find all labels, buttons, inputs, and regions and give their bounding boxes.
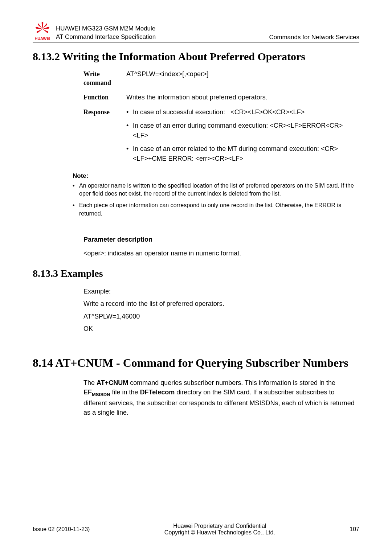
note-bullet-1: An operator name is written to the speci… (73, 182, 356, 198)
svg-text:HUAWEI: HUAWEI (34, 36, 50, 41)
note-title: Note: (73, 172, 356, 180)
example-label: Example: (83, 285, 356, 297)
response-value: In case of successful execution: <CR><LF… (126, 107, 356, 167)
section-8-14-paragraph: The AT+CNUM command queries subscriber n… (83, 378, 356, 417)
header-right-text: Commands for Network Services (269, 34, 359, 41)
function-value: Writes the information about preferred o… (126, 93, 356, 102)
section-title-8-14: 8.14 AT+CNUM - Command for Querying Subs… (33, 355, 359, 371)
footer-center: Huawei Proprietary and Confidential Copy… (90, 523, 350, 536)
response-bullet-1-suffix: <CR><LF>OK<CR><LF> (230, 108, 305, 116)
write-command-value: AT^SPLW=<index>[,<oper>] (126, 69, 356, 87)
b2a: EF (83, 389, 92, 396)
footer-issue: Issue 02 (2010-11-23) (33, 526, 90, 533)
footer-center-1: Huawei Proprietary and Confidential (90, 523, 350, 529)
response-bullet-1-prefix: In case of successful execution: (133, 108, 225, 116)
doc-name: AT Command Interface Specification (56, 33, 269, 41)
p2: command queries subscriber numbers. This… (128, 379, 335, 386)
huawei-logo-icon: HUAWEI (33, 22, 52, 41)
example-block: Example: Write a record into the list of… (83, 285, 356, 335)
note-block: Note: An operator name is written to the… (73, 172, 356, 218)
response-bullet-1: In case of successful execution: <CR><LF… (126, 107, 356, 117)
function-label: Function (83, 93, 120, 102)
footer-page-number: 107 (350, 526, 359, 533)
definition-block: Write command AT^SPLW=<index>[,<oper>] F… (83, 69, 356, 167)
example-cmd: AT^SPLW=1,46000 (83, 310, 356, 323)
header-left-text: HUAWEI MG323 GSM M2M Module AT Command I… (56, 25, 269, 41)
write-command-label: Write command (83, 69, 120, 87)
note-bullet-2: Each piece of oper information can corre… (73, 201, 356, 218)
response-label: Response (83, 107, 120, 167)
p3: file in the (110, 389, 140, 396)
response-bullet-2: In case of an error during command execu… (126, 121, 356, 140)
product-name: HUAWEI MG323 GSM M2M Module (56, 25, 269, 33)
parameter-description-title: Parameter description (83, 236, 356, 243)
section-title-8-13-3: 8.13.3 Examples (33, 268, 359, 279)
response-bullet-3: In case of an error related to the MT du… (126, 144, 356, 164)
page-footer: Issue 02 (2010-11-23) Huawei Proprietary… (33, 519, 359, 536)
parameter-description-text: <oper>: indicates an operator name in nu… (83, 249, 356, 258)
parameter-description-block: Parameter description <oper>: indicates … (83, 236, 356, 258)
b3: DFTelecom (140, 389, 175, 396)
example-ok: OK (83, 323, 356, 335)
page-header: HUAWEI HUAWEI MG323 GSM M2M Module AT Co… (33, 22, 359, 42)
b1: AT+CNUM (97, 379, 128, 386)
footer-center-2: Copyright © Huawei Technologies Co., Ltd… (90, 529, 350, 536)
section-title-8-13-2: 8.13.2 Writing the Information About Pre… (33, 50, 359, 63)
example-desc: Write a record into the list of preferre… (83, 297, 356, 310)
p1: The (83, 379, 97, 386)
b2b: MSISDN (92, 392, 110, 397)
